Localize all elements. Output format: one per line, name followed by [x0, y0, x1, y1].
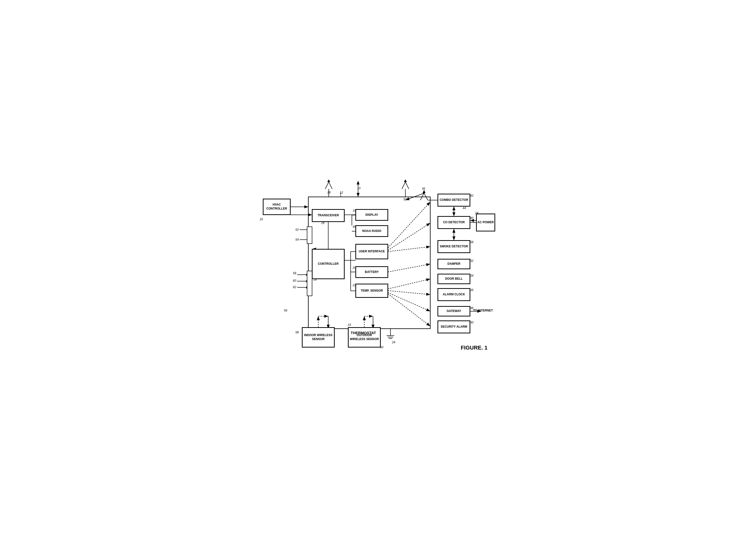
co-detector-box: CO DETECTOR	[438, 216, 470, 229]
security-alarm-label: SECURITY ALARM	[441, 325, 467, 329]
ref-20: 20	[353, 266, 356, 269]
co-detector-label: CO DETECTOR	[443, 220, 465, 224]
ref-16: 16	[259, 217, 263, 221]
alarm-clock-label: ALARM CLOCK	[443, 292, 465, 296]
hvac-label: HVAC CONTROLLER	[263, 203, 290, 211]
svg-marker-29	[327, 180, 330, 182]
ref-28: 28	[327, 191, 331, 194]
noaa-label: NOAA RADIO	[362, 229, 382, 233]
battery-label: BATTERY	[365, 270, 379, 274]
damper-box: DAMPER	[438, 259, 470, 269]
ref-58-indoor: 58	[295, 331, 299, 334]
svg-line-62	[388, 202, 430, 248]
door-bell-label: DOOR BELL	[445, 277, 463, 281]
ref-26: 26	[321, 221, 325, 225]
svg-line-60	[388, 247, 430, 252]
svg-line-66	[388, 292, 430, 311]
ref-48: 48	[353, 225, 356, 228]
damper-label: DAMPER	[447, 262, 460, 266]
transceiver-label: TRANSCEIVER	[317, 214, 339, 217]
ref-44: 44	[463, 206, 466, 210]
ref-36: 36	[422, 187, 425, 190]
security-alarm-box: SECURITY ALARM	[438, 321, 470, 333]
combo-detector-label: COMBO DETECTOR	[440, 198, 468, 202]
svg-line-67	[388, 294, 430, 326]
display-box: DISPLAY	[356, 209, 388, 220]
svg-line-39	[420, 193, 424, 200]
user-interface-box: USER INTERFACE	[356, 244, 388, 259]
svg-line-27	[325, 182, 329, 189]
door-bell-box: DOOR BELL	[438, 274, 470, 284]
battery-box: BATTERY	[356, 266, 388, 278]
thermostat-label: THERMOSTAT	[351, 331, 376, 335]
outdoor-sensor-box: OUTDOOR WIRELESS SENSOR	[348, 327, 381, 347]
svg-line-61	[388, 223, 430, 250]
svg-line-35	[405, 182, 409, 189]
noaa-radio-box: NOAA RADIO	[356, 225, 388, 237]
temp-sensor-box: TEMP. SENSOR	[356, 284, 388, 297]
ref-56: 56	[284, 309, 287, 312]
ref-38: 38	[470, 241, 473, 244]
ref-35: 35	[470, 288, 473, 292]
gateway-label: GATEWAY	[447, 309, 461, 313]
figure-label: FIGURE. 1	[461, 344, 488, 351]
svg-rect-56	[307, 271, 312, 296]
display-label: DISPLAY	[365, 213, 378, 217]
controller-label: CONTROLLER	[318, 262, 338, 266]
ref-52: 52	[295, 228, 299, 231]
ref-12: 12	[340, 191, 343, 194]
hvac-controller-box: HVAC CONTROLLER	[263, 199, 290, 215]
ref-50: 50	[403, 198, 407, 201]
ref-14: 14	[313, 278, 316, 281]
ac-power-label: AC POWER	[477, 220, 494, 224]
combo-detector-box: COMBO DETECTOR	[438, 194, 470, 206]
svg-line-41	[405, 193, 424, 200]
ref-32: 32	[470, 259, 473, 263]
ref-40: 40	[470, 216, 473, 220]
svg-line-64	[388, 291, 430, 294]
ref-58-left: 58	[293, 271, 296, 275]
ref-54: 54	[295, 238, 299, 241]
ref-46: 46	[470, 306, 473, 310]
svg-marker-36	[404, 180, 407, 182]
indoor-sensor-box: INDOOR WIRELESS SENSOR	[302, 327, 335, 347]
controller-box: CONTROLLER	[312, 249, 344, 279]
ref-24-ac: 24	[475, 211, 478, 215]
svg-line-38	[424, 193, 428, 200]
to-internet-label: TO INTERNET	[473, 309, 493, 312]
ref-10: 10	[357, 187, 360, 190]
svg-line-28	[329, 182, 332, 189]
ref-30: 30	[470, 321, 473, 324]
ref-22: 22	[353, 283, 356, 287]
smoke-detector-box: SMOKE DETECTOR	[438, 241, 470, 253]
ref-60-outdoor: 60	[380, 345, 383, 349]
ref-15: 15	[348, 323, 351, 327]
svg-rect-55	[307, 227, 312, 243]
transceiver-box: TRANSCEIVER	[312, 209, 344, 222]
svg-marker-31	[357, 181, 360, 185]
gateway-box: GATEWAY	[438, 306, 470, 316]
temp-sensor-label: TEMP. SENSOR	[361, 289, 383, 293]
svg-line-63	[388, 264, 430, 272]
ref-18: 18	[353, 209, 356, 212]
ref-24-ground: 24	[392, 341, 395, 344]
ref-60-left: 60	[293, 279, 296, 282]
ref-62: 62	[293, 285, 296, 289]
indoor-sensor-label: INDOOR WIRELESS SENSOR	[303, 333, 334, 341]
ref-34: 34	[470, 274, 473, 277]
smoke-detector-label: SMOKE DETECTOR	[440, 245, 468, 249]
svg-line-34	[402, 182, 405, 189]
ref-42: 42	[470, 194, 473, 197]
svg-line-65	[388, 279, 430, 289]
diagram: HVAC CONTROLLER TRANSCEIVER CONTROLLER D…	[258, 177, 498, 356]
ac-power-box: AC POWER	[476, 214, 495, 231]
user-interface-label: USER INTERFACE	[359, 250, 385, 254]
alarm-clock-box: ALARM CLOCK	[438, 288, 470, 301]
